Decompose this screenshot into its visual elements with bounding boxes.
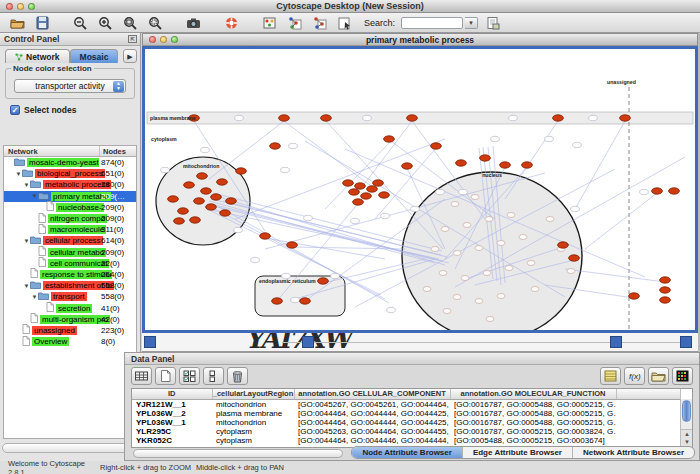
tree-row[interactable]: Overview8(0) [4, 336, 136, 347]
node-highlighted[interactable] [178, 208, 189, 214]
node-highlighted[interactable] [353, 199, 364, 205]
node-unselected[interactable] [281, 167, 290, 172]
node-unselected[interactable] [483, 271, 491, 276]
table-row[interactable]: YPL036W__2plasma membrane[GO:0044464, GO… [132, 409, 680, 418]
table-cell[interactable]: [GO:0045267, GO:0045261, GO:0044464, G… [294, 399, 450, 409]
node-unselected[interactable] [363, 115, 372, 120]
table-cell[interactable]: [GO:0016787, GO:0005215, GO:0003824, G… [450, 427, 616, 436]
tree-row[interactable]: ▼establishment of lo558(0) [4, 280, 136, 291]
tab-overflow-icon[interactable]: ▶ [123, 49, 137, 63]
table-row[interactable]: YPL036W__1mitochondrion[GO:0044464, GO:0… [132, 418, 680, 427]
node-highlighted[interactable] [480, 155, 491, 161]
select-attributes-icon[interactable] [179, 367, 200, 385]
node-unselected[interactable] [291, 297, 300, 302]
attribute-table[interactable]: ID_cellularLayoutRegionannotation.GO CEL… [132, 389, 681, 448]
snapshot-camera-icon[interactable] [182, 14, 204, 31]
minimize-icon[interactable] [17, 3, 24, 10]
expander-icon[interactable]: ▼ [23, 238, 30, 244]
expander-icon[interactable]: ▼ [31, 294, 38, 300]
close-icon[interactable] [6, 3, 13, 10]
tree-row[interactable]: ▼metabolic process280(0) [4, 179, 136, 190]
node-highlighted[interactable] [660, 277, 671, 283]
table-cell[interactable]: [GO:0016787, GO:0005488, GO:0005215, G… [450, 418, 616, 427]
node-highlighted[interactable] [211, 194, 222, 200]
node-unselected[interactable] [411, 206, 420, 211]
zoom-fit-icon[interactable] [119, 14, 141, 31]
table-row[interactable]: YKR052Ccytoplasm[GO:0044464, GO:0044446,… [132, 436, 680, 445]
table-cell[interactable]: plasma membrane [212, 409, 294, 418]
selection-handle-icon[interactable] [144, 336, 156, 348]
node-highlighted[interactable] [660, 287, 671, 293]
table-cell[interactable]: YPL036W__2 [132, 409, 212, 418]
node-highlighted[interactable] [300, 298, 311, 304]
node-unselected[interactable] [640, 189, 649, 194]
node-highlighted[interactable] [456, 160, 467, 166]
tree-row[interactable]: ▼cellular process614(0) [4, 235, 136, 246]
node-unselected[interactable] [431, 247, 439, 252]
node-unselected[interactable] [491, 136, 500, 141]
node-highlighted[interactable] [431, 143, 442, 149]
column-header[interactable]: ID [132, 389, 212, 399]
node-unselected[interactable] [571, 206, 580, 211]
node-highlighted[interactable] [260, 233, 271, 239]
tab-mosaic[interactable]: Mosaic [70, 49, 119, 63]
expander-icon[interactable]: ▼ [23, 283, 30, 289]
node-highlighted[interactable] [349, 189, 360, 195]
expander-icon[interactable]: ▼ [31, 193, 38, 199]
tree-row[interactable]: unassigned223(0) [4, 325, 136, 336]
table-grid-icon[interactable] [131, 367, 152, 385]
tree-row[interactable]: macromolecule311(0) [4, 224, 136, 235]
matrix-icon[interactable] [672, 367, 693, 385]
node-unselected[interactable] [546, 217, 554, 222]
node-unselected[interactable] [251, 257, 260, 262]
search-dropdown-icon[interactable]: ▼ [465, 17, 478, 29]
node-highlighted[interactable] [168, 196, 179, 202]
app-titlebar[interactable]: Cytoscape Desktop (New Session) [0, 0, 700, 13]
node-highlighted[interactable] [500, 162, 511, 168]
node-unselected[interactable] [527, 261, 535, 266]
node-unselected[interactable] [304, 215, 313, 220]
tree-col-nodes[interactable]: Nodes [100, 146, 136, 156]
node-highlighted[interactable] [270, 143, 281, 149]
node-highlighted[interactable] [201, 188, 212, 194]
tab-network[interactable]: Network [5, 49, 70, 63]
node-highlighted[interactable] [236, 168, 247, 174]
table-cell[interactable] [616, 436, 680, 445]
tree-row[interactable]: ▼transport558(0) [4, 291, 136, 302]
node-highlighted[interactable] [553, 115, 564, 121]
frame-close-icon[interactable] [149, 36, 156, 43]
node-unselected[interactable] [381, 213, 390, 218]
table-cell[interactable]: [GO:0044464, GO:0044446, GO:0044444, G… [294, 436, 450, 445]
formula-icon[interactable]: f(x) [624, 367, 645, 385]
node-highlighted[interactable] [379, 192, 390, 198]
merge-networks-icon[interactable] [283, 14, 305, 31]
node-highlighted[interactable] [220, 210, 231, 216]
node-highlighted[interactable] [184, 182, 195, 188]
node-highlighted[interactable] [522, 162, 533, 168]
node-unselected[interactable] [423, 287, 431, 292]
column-header[interactable]: _cellularLayoutRegion [212, 389, 294, 399]
annotation-icon[interactable] [333, 14, 355, 31]
zoom-out-icon[interactable] [69, 14, 91, 31]
node-unselected[interactable] [475, 246, 483, 251]
node-unselected[interactable] [507, 213, 515, 218]
tree-row[interactable]: ▼biological_process651(0) [4, 168, 136, 179]
tree-row[interactable]: nitrogen compo209(0) [4, 213, 136, 224]
expander-icon[interactable]: ▼ [23, 182, 30, 188]
tree-col-network[interactable]: Network [4, 146, 100, 156]
new-attribute-icon[interactable] [155, 367, 176, 385]
node-unselected[interactable] [475, 299, 483, 304]
node-highlighted[interactable] [190, 217, 201, 223]
table-cell[interactable]: [GO:0016787, GO:0005488, GO:0005215, G… [450, 399, 616, 409]
node-highlighted[interactable] [279, 115, 290, 121]
node-highlighted[interactable] [384, 136, 395, 142]
node-highlighted[interactable] [620, 115, 631, 121]
vizmapper-icon[interactable] [258, 14, 280, 31]
node-unselected[interactable] [461, 276, 469, 281]
node-color-dropdown[interactable]: transporter activity ▲▼ [14, 79, 126, 93]
tree-row[interactable]: response to stimulu264(0) [4, 269, 136, 280]
merge-attributes-icon[interactable] [308, 14, 330, 31]
tab-node-attribute-browser[interactable]: Node Attribute Browser [352, 447, 463, 458]
node-unselected[interactable] [161, 167, 170, 172]
node-unselected[interactable] [471, 195, 479, 200]
